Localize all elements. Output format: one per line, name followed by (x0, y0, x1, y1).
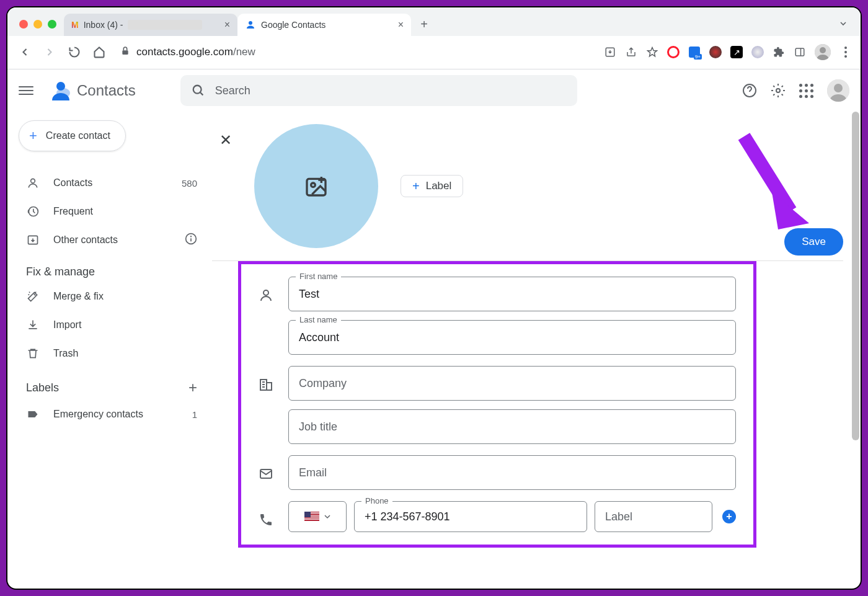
create-contact-button[interactable]: + Create contact (19, 120, 126, 151)
info-icon[interactable] (185, 233, 197, 247)
add-photo-button[interactable] (254, 124, 378, 248)
extension-icon[interactable] (709, 46, 722, 58)
close-tab-icon[interactable]: × (398, 19, 404, 30)
bookmark-icon[interactable] (646, 46, 658, 58)
label-icon (26, 408, 40, 420)
sidebar-item-trash[interactable]: Trash (19, 339, 207, 368)
annotation-arrow (732, 124, 818, 236)
person-icon (259, 288, 275, 305)
add-phone-button[interactable]: + (722, 510, 736, 523)
browser-menu-icon[interactable] (839, 46, 852, 58)
label-emergency[interactable]: Emergency contacts 1 (19, 400, 207, 429)
svg-point-22 (311, 183, 316, 187)
svg-rect-3 (795, 48, 804, 56)
install-icon[interactable] (604, 46, 616, 58)
last-name-field[interactable]: Last name (288, 320, 736, 355)
svg-point-6 (820, 47, 826, 53)
tab-title: Google Contacts (261, 20, 326, 30)
forward-button[interactable] (41, 43, 58, 61)
lock-icon (120, 46, 130, 59)
contacts-logo[interactable]: Contacts (50, 79, 136, 102)
extension-translate-icon[interactable]: 9+ (688, 46, 701, 58)
settings-icon[interactable] (771, 83, 786, 98)
search-placeholder: Search (215, 84, 250, 97)
sidebar-item-merge[interactable]: Merge & fix (19, 282, 207, 311)
browser-chrome: M Inbox (4) - × Google Contacts × + co (7, 7, 861, 69)
sidebar-item-import[interactable]: Import (19, 311, 207, 339)
trash-icon (26, 347, 40, 360)
svg-point-15 (31, 179, 35, 183)
email-icon (259, 466, 275, 484)
redacted-text (128, 20, 202, 30)
sidebar: + Create contact Contacts 580 Frequent O… (7, 112, 212, 589)
add-label-button[interactable]: + (188, 379, 197, 396)
add-label-chip[interactable]: + Label (401, 175, 463, 197)
svg-point-20 (191, 236, 192, 237)
phone-label-field[interactable] (595, 501, 712, 532)
history-icon (26, 205, 40, 218)
minimize-window-icon[interactable] (33, 20, 42, 29)
svg-point-9 (193, 86, 201, 94)
email-field[interactable] (288, 455, 736, 490)
app-header: Contacts Search (7, 69, 861, 112)
extension-icon[interactable]: ↗ (730, 46, 743, 58)
profile-avatar[interactable] (815, 44, 831, 60)
main-content: ✕ + Label Save (212, 112, 861, 589)
us-flag-icon (304, 512, 319, 522)
svg-rect-26 (267, 383, 272, 390)
job-title-field[interactable] (288, 409, 736, 444)
home-button[interactable] (91, 43, 108, 61)
chevron-down-icon (324, 514, 330, 520)
phone-field[interactable]: Phone (354, 501, 587, 532)
close-window-icon[interactable] (19, 20, 28, 29)
extension-icon[interactable] (751, 46, 764, 58)
window-controls[interactable] (17, 20, 64, 36)
svg-point-12 (776, 89, 780, 92)
extension-opera-icon[interactable] (667, 46, 680, 58)
svg-line-10 (200, 92, 203, 96)
url-path: /new (233, 46, 255, 58)
reload-button[interactable] (66, 43, 83, 61)
wand-icon (26, 290, 40, 303)
phone-icon (259, 512, 275, 530)
tab-inbox[interactable]: M Inbox (4) - × (64, 14, 237, 36)
contacts-logo-icon (50, 79, 72, 102)
download-icon (26, 319, 40, 331)
back-button[interactable] (16, 43, 33, 61)
first-name-field[interactable]: First name (288, 277, 736, 311)
tab-contacts[interactable]: Google Contacts × (237, 14, 411, 36)
new-tab-button[interactable]: + (415, 16, 433, 34)
search-input[interactable]: Search (180, 75, 577, 106)
add-image-icon (304, 174, 329, 198)
url-host: contacts.google.com (136, 46, 233, 58)
help-icon[interactable] (742, 83, 757, 98)
person-icon (26, 177, 40, 189)
sidebar-item-contacts[interactable]: Contacts 580 (19, 169, 207, 197)
extensions-menu-icon[interactable] (773, 46, 785, 58)
svg-point-14 (834, 84, 843, 92)
sidepanel-icon[interactable] (794, 46, 806, 58)
address-bar[interactable]: contacts.google.com/new (120, 46, 255, 59)
sidebar-item-frequent[interactable]: Frequent (19, 197, 207, 226)
gmail-icon: M (71, 20, 79, 30)
plus-icon: + (412, 179, 420, 193)
sidebar-item-other[interactable]: Other contacts (19, 226, 207, 254)
apps-grid-icon[interactable] (799, 84, 813, 98)
contacts-icon (245, 19, 256, 30)
account-avatar[interactable] (827, 79, 849, 102)
scrollbar[interactable] (852, 112, 859, 440)
close-tab-icon[interactable]: × (224, 19, 230, 30)
maximize-window-icon[interactable] (48, 20, 56, 29)
form-highlight-box: First name Last name (238, 261, 756, 548)
company-field[interactable] (288, 366, 736, 401)
close-button[interactable]: ✕ (219, 131, 232, 149)
archive-icon (26, 234, 40, 246)
country-select[interactable] (288, 501, 347, 532)
svg-point-24 (264, 290, 268, 295)
labels-header: Labels + (19, 368, 207, 400)
save-button[interactable]: Save (784, 228, 843, 256)
tabs-menu-icon[interactable] (838, 19, 848, 31)
main-menu-icon[interactable] (19, 86, 33, 95)
svg-line-23 (744, 136, 790, 211)
share-icon[interactable] (625, 46, 637, 58)
